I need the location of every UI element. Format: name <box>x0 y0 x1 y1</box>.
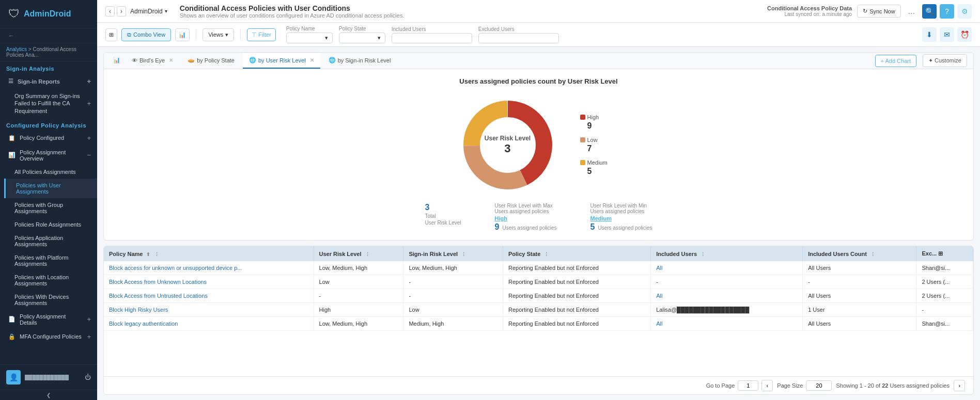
chart-content: Users assigned policies count by User Ri… <box>104 69 973 240</box>
settings-icon-button[interactable]: ⚙ <box>957 4 972 19</box>
plus-icon: + <box>87 77 91 85</box>
tab-by-policy-state[interactable]: 🥧 by Policy State <box>181 53 241 69</box>
email-icon-button[interactable]: ✉ <box>940 27 954 42</box>
col-signin-risk: Sign-in Risk Level ⋮ <box>403 246 503 261</box>
col-expand-icon[interactable]: ⊞ <box>938 250 943 257</box>
sidebar-item-mfa-configured[interactable]: 🔒 MFA Configured Policies + <box>0 329 97 344</box>
power-icon[interactable]: ⏻ <box>85 374 91 381</box>
sidebar-item-policy-configured[interactable]: 📋 Policy Configured + <box>0 131 97 146</box>
cell-policy-name: Block High Risky Users <box>104 303 314 317</box>
tab-by-user-risk[interactable]: 🌐 by User Risk Level ✕ <box>243 53 320 69</box>
add-chart-button[interactable]: + Add Chart <box>875 55 916 67</box>
combo-icon: ⧉ <box>127 31 131 38</box>
chart-icon: 📊 <box>179 31 186 38</box>
table-view-button[interactable]: ⊞ <box>105 28 117 41</box>
sidebar-item-policy-assignment-overview[interactable]: 📊 Policy Assignment Overview − <box>0 146 97 165</box>
cell-policy-name: Block legacy authentication <box>104 317 314 331</box>
stat-min-link[interactable]: Medium <box>590 215 652 221</box>
sidebar-item-platform-assignments[interactable]: Policies with Platform Assignments <box>4 251 97 270</box>
tab-birds-eye[interactable]: 👁 Bird's Eye ✕ <box>126 53 179 69</box>
page-subtitle: Shows an overview of user conditions con… <box>180 12 763 19</box>
cell-policy-name: Block access for unknown or unsupported … <box>104 261 314 275</box>
tab-by-signin-risk[interactable]: 🌐 by Sign-in Risk Level <box>322 53 397 69</box>
plus-icon-mfa: + <box>87 333 91 341</box>
topbar-icon-group: 🔍 ? ⚙ <box>922 4 972 19</box>
sidebar-item-devices-assignments[interactable]: Policies With Devices Assignments <box>4 290 97 310</box>
cell-signin-risk: - <box>403 289 503 303</box>
sidebar-item-all-policies[interactable]: All Policies Assignments <box>4 165 97 179</box>
sync-icon: ↻ <box>863 8 867 14</box>
search-icon-button[interactable]: 🔍 <box>922 4 937 19</box>
tab-bar-chart-icon[interactable]: 📊 <box>110 53 123 69</box>
filter-button[interactable]: ⊤ Filter <box>247 28 275 41</box>
select-chevron-icon: ▾ <box>325 35 328 41</box>
policies-table: Policy Name ⬆ ⋮ User Risk Level ⋮ Sign-i… <box>104 246 973 331</box>
toolbar-separator-2 <box>240 29 241 40</box>
chart-title: Users assigned policies count by User Ri… <box>459 77 617 85</box>
sync-now-button[interactable]: ↻ Sync Now <box>857 5 901 18</box>
chart-only-button[interactable]: 📊 <box>175 28 190 41</box>
combo-view-button[interactable]: ⧉ Combo View <box>121 28 171 41</box>
nav-forward-button[interactable]: › <box>117 6 126 17</box>
sort-icon-policy[interactable]: ⬆ <box>146 252 150 257</box>
cell-user-risk: Low, Medium, High <box>314 261 403 275</box>
page-size-input[interactable] <box>806 380 832 391</box>
bar-chart-icon: 📊 <box>113 57 120 63</box>
policy-name-filter: Policy Name ▾ <box>286 26 333 43</box>
cell-included-count: All Users <box>803 317 916 331</box>
sidebar-item-app-assignments[interactable]: Policies Application Assignments <box>4 231 97 251</box>
col-menu-count[interactable]: ⋮ <box>870 252 875 257</box>
legend-medium: Medium 5 <box>580 159 621 176</box>
col-menu-state[interactable]: ⋮ <box>544 252 549 257</box>
sidebar-item-role-assignments[interactable]: Policies Role Assignments <box>4 218 97 231</box>
col-menu-risk[interactable]: ⋮ <box>365 252 370 257</box>
cell-policy-name: Block Access from Untrusted Locations <box>104 289 314 303</box>
customize-button[interactable]: ✦ Customize <box>923 54 967 67</box>
sidebar-item-user-assignments[interactable]: Policies with User Assignments <box>4 179 97 198</box>
user-avatar: 👤 <box>6 370 21 385</box>
col-menu-signin[interactable]: ⋮ <box>461 252 466 257</box>
sidebar-item-org-summary[interactable]: Org Summary on Sign-ins Failed to Fulfil… <box>4 89 97 118</box>
admindroid-dropdown[interactable]: AdminDroid ▾ <box>130 8 167 15</box>
sidebar-collapse-btn[interactable]: ❮ <box>46 392 51 398</box>
sidebar-item-signin-reports[interactable]: ☰ Sign-in Reports + <box>0 74 97 89</box>
col-menu-included[interactable]: ⋮ <box>701 252 705 257</box>
page-number-input[interactable] <box>738 380 758 391</box>
section-signin-analysis: Sign-in Analysis <box>0 61 97 74</box>
included-users-input[interactable] <box>392 33 472 43</box>
cell-included-users: - <box>651 275 803 289</box>
cell-policy-name: Block Access from Unknown Locations <box>104 275 314 289</box>
page-next-button[interactable]: › <box>954 380 965 391</box>
main-content-area: 📊 👁 Bird's Eye ✕ 🥧 by Policy State 🌐 by … <box>97 47 980 400</box>
schedule-icon-button[interactable]: ⏰ <box>957 27 972 42</box>
donut-chart: User Risk Level 3 <box>456 93 559 197</box>
cell-policy-state: Reporting Enabled but not Enforced <box>503 303 650 317</box>
cell-included-users: All <box>651 289 803 303</box>
page-size-control: Page Size <box>777 380 832 391</box>
legend-dot-high <box>580 115 585 120</box>
col-menu-policy[interactable]: ⋮ <box>154 252 159 257</box>
stat-max-link[interactable]: High <box>495 215 557 221</box>
sidebar-item-location-assignments[interactable]: Policies with Location Assignments <box>4 270 97 290</box>
help-icon-button[interactable]: ? <box>940 4 954 19</box>
policy-state-select[interactable]: ▾ <box>339 33 385 43</box>
download-icon-button[interactable]: ⬇ <box>922 27 937 42</box>
views-button[interactable]: Views ▾ <box>203 28 234 41</box>
more-options-button[interactable]: ... <box>906 7 917 16</box>
policy-name-select[interactable]: ▾ <box>286 33 333 43</box>
toolbar-action-icons: ⬇ ✉ ⏰ <box>922 27 972 42</box>
filter-area: Policy Name ▾ Policy State ▾ Included Us… <box>286 26 559 43</box>
close-birds-eye-icon[interactable]: ✕ <box>169 57 173 63</box>
sync-info: Conditional Access Policy Data Last sync… <box>767 5 852 17</box>
sidebar-item-group-assignments[interactable]: Policies with Group Assignments <box>4 198 97 218</box>
nav-back-button[interactable]: ‹ <box>105 6 115 17</box>
legend-dot-low <box>580 137 585 142</box>
close-user-risk-icon[interactable]: ✕ <box>310 57 314 63</box>
excluded-users-input[interactable] <box>478 33 559 43</box>
table-wrapper[interactable]: Policy Name ⬆ ⋮ User Risk Level ⋮ Sign-i… <box>104 246 973 376</box>
sidebar-back-button[interactable]: ← <box>0 28 97 43</box>
cell-user-risk: Low, Medium, High <box>314 317 403 331</box>
page-prev-button[interactable]: ‹ <box>761 380 773 391</box>
sidebar-item-assignment-details[interactable]: 📄 Policy Assignment Details + <box>0 310 97 329</box>
cell-policy-state: Reporting Enabled but not Enforced <box>503 289 650 303</box>
